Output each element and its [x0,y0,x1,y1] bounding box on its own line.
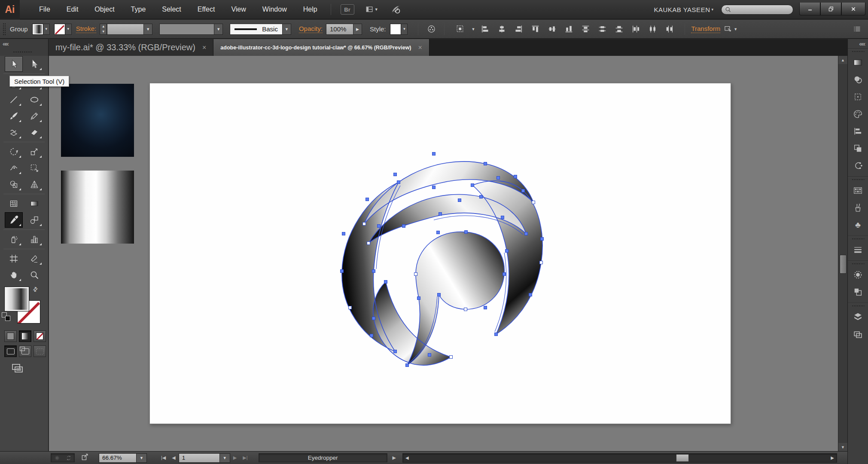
anchor-point[interactable] [366,198,369,201]
next-artboard-icon[interactable]: ▶ [233,455,237,461]
status-expand-icon[interactable]: ▶ [393,455,396,461]
swatches-panel-icon[interactable] [850,183,866,198]
scroll-right-icon[interactable]: ▶ [828,455,837,460]
eraser-tool[interactable] [25,125,43,140]
stroke-color-button[interactable]: ▼ [54,24,72,35]
column-graph-tool[interactable] [25,232,43,247]
line-segment-tool[interactable] [5,92,23,107]
chevron-down-icon[interactable]: ▼ [401,24,408,35]
reference-image-metal-gradient[interactable] [61,171,134,244]
perspective-grid-tool[interactable] [25,177,43,192]
tab-close-icon[interactable]: × [202,44,206,52]
color-panel-icon[interactable] [850,106,866,122]
gradient-button[interactable] [19,330,31,342]
anchor-point[interactable] [394,350,397,353]
distribute-top-icon[interactable] [579,24,592,35]
draw-normal-button[interactable] [4,345,17,357]
first-artboard-icon[interactable]: |◀ [161,455,166,461]
brushes-panel-icon[interactable] [850,200,866,215]
artboards-panel-icon[interactable] [850,326,866,342]
menu-view[interactable]: View [224,3,253,16]
ellipse-tool[interactable] [25,92,43,107]
fill-color-box[interactable] [4,287,29,311]
align-bottom-icon[interactable] [562,24,576,35]
artboard-number-field[interactable]: 1 [179,453,220,463]
reference-image-dark-gradient[interactable] [61,84,134,157]
anchor-point[interactable] [378,225,381,228]
anchor-point[interactable] [394,173,397,176]
anchor-point[interactable] [484,162,487,165]
recolor-artwork-icon[interactable] [424,24,438,35]
align-h-center-icon[interactable] [495,24,509,35]
anchor-point[interactable] [484,306,487,309]
opacity-link[interactable]: Opacity: [299,25,323,33]
panel-options-icon[interactable] [850,24,864,35]
direct-selection-tool[interactable] [25,56,43,72]
align-v-center-icon[interactable] [545,24,559,35]
slice-tool[interactable] [25,251,43,266]
stroke-panel-icon[interactable] [850,242,866,257]
anchor-point[interactable] [363,223,366,226]
align-panel-icon[interactable] [850,123,866,139]
width-profile-field[interactable] [159,24,214,35]
menu-edit[interactable]: Edit [59,3,86,16]
anchor-point[interactable] [341,270,344,273]
minimize-button[interactable] [799,3,820,15]
anchor-point[interactable] [414,273,417,276]
anchor-point[interactable] [450,356,453,359]
stroke-weight-stepper[interactable]: ▲▼ [100,24,107,35]
distribute-bottom-icon[interactable] [612,24,626,35]
menu-window[interactable]: Window [255,3,294,16]
fill-swatch[interactable] [32,24,43,35]
align-top-icon[interactable] [528,24,542,35]
anchor-point[interactable] [480,195,483,198]
dock-gripper[interactable] [852,238,865,240]
zoom-level-field[interactable]: 66.67% [99,453,137,463]
dock-gripper[interactable] [852,51,865,53]
transform-panel-icon[interactable] [850,89,866,104]
distribute-h-center-icon[interactable] [646,24,659,35]
css-properties-panel-icon[interactable] [850,158,866,173]
style-swatch[interactable] [390,24,401,35]
transform-panel-link[interactable]: Transform [691,25,720,33]
menu-effect[interactable]: Effect [190,3,222,16]
anchor-point[interactable] [370,334,373,337]
zoom-tool[interactable] [25,267,43,283]
anchor-point[interactable] [406,364,409,367]
anchor-point[interactable] [503,273,506,276]
blend-tool[interactable] [25,212,43,228]
gpu-performance-icon[interactable] [390,4,402,15]
selection-tool[interactable] [5,56,23,72]
eyedropper-tool[interactable] [5,212,23,228]
horizontal-scroll-thumb[interactable] [676,454,689,462]
dock-gripper[interactable] [852,179,865,181]
close-button[interactable] [841,3,865,15]
share-icon[interactable] [81,453,89,463]
bridge-button[interactable]: Br [341,4,354,15]
search-box[interactable] [721,5,793,15]
anchor-point[interactable] [514,175,517,178]
align-left-icon[interactable] [478,24,492,35]
gradient-tool[interactable] [25,196,43,211]
fill-color-button[interactable]: ▼ [32,24,50,35]
shaper-tool[interactable] [5,125,23,140]
previous-artboard-icon[interactable]: ◀ [172,455,175,461]
anchor-point[interactable] [529,293,532,296]
last-artboard-icon[interactable]: ▶| [243,455,247,461]
paintbrush-tool[interactable] [5,108,23,124]
menu-file[interactable]: File [32,3,58,16]
default-fill-stroke-icon[interactable] [2,312,10,321]
anchor-point[interactable] [428,354,431,357]
layers-panel-icon[interactable] [850,309,866,324]
gradient-panel-icon[interactable] [850,55,866,70]
anchor-point[interactable] [464,308,467,311]
anchor-point[interactable] [372,317,375,320]
search-input[interactable] [731,6,783,13]
anchor-point[interactable] [342,232,345,235]
document-tab-1[interactable]: my-file.ai* @ 33.33% (RGB/Preview)× [49,39,213,56]
vertical-scrollbar[interactable]: ▲ ▼ [838,56,847,451]
anchor-point[interactable] [501,216,504,219]
chevron-down-icon[interactable]: ▼ [283,24,291,35]
appearance-panel-icon[interactable] [850,267,866,282]
anchor-point[interactable] [367,242,370,245]
